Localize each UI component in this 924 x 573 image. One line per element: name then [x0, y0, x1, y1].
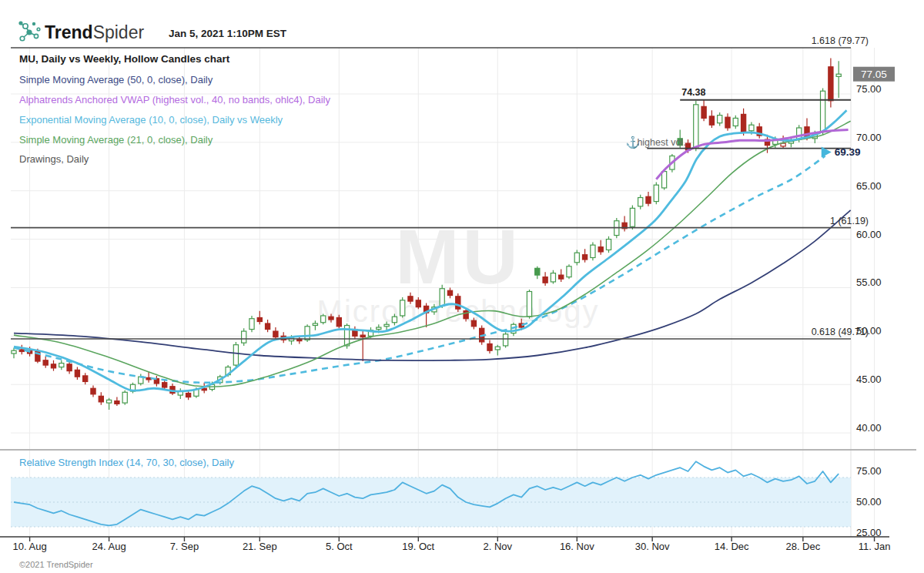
legend-anchored-vwap[interactable]: Alphatrends Anchored VWAP (highest vol.,… [19, 94, 330, 106]
candle[interactable] [551, 273, 555, 282]
candle[interactable] [742, 114, 746, 132]
candle[interactable] [242, 331, 246, 343]
candle[interactable] [400, 300, 405, 316]
candle[interactable] [504, 334, 508, 346]
candle[interactable] [266, 323, 270, 330]
candle[interactable] [821, 91, 825, 132]
trendspider-chart-app: MU Micron Technology 1.618 (79.77)1 (61.… [0, 0, 924, 573]
candle[interactable] [487, 343, 492, 350]
candle[interactable] [305, 327, 310, 340]
copyright: ©2021 TrendSpider [19, 560, 93, 569]
candle[interactable] [107, 400, 112, 403]
candle[interactable] [233, 345, 238, 365]
candle[interactable] [598, 247, 603, 252]
candle[interactable] [313, 323, 317, 326]
candle[interactable] [257, 317, 262, 321]
candle[interactable] [591, 245, 595, 257]
candle[interactable] [99, 396, 103, 402]
candle[interactable] [51, 364, 55, 368]
candle[interactable] [91, 388, 95, 394]
candle[interactable] [122, 392, 127, 403]
candle[interactable] [249, 319, 254, 330]
candle[interactable] [662, 172, 667, 188]
candle[interactable] [440, 289, 444, 307]
date-axis-label: 21. Sep [243, 541, 277, 552]
date-axis-label: 24. Aug [92, 541, 126, 552]
price-axis-label: 70.00 [856, 132, 882, 143]
annotations-layer: ⚓highest vol.69.3977.05 [625, 67, 895, 159]
candle[interactable] [733, 118, 738, 126]
candle[interactable] [638, 198, 643, 206]
candle[interactable] [527, 292, 531, 317]
candle[interactable] [162, 383, 167, 387]
candle[interactable] [495, 347, 500, 350]
candle[interactable] [709, 116, 714, 125]
legend-sma50[interactable]: Simple Moving Average (50, 0, close), Da… [19, 74, 213, 85]
candle[interactable] [718, 116, 722, 123]
candle[interactable] [471, 320, 476, 327]
candle[interactable] [336, 317, 341, 326]
candle[interactable] [447, 290, 452, 295]
price-axis-label: 40.00 [856, 422, 882, 434]
candle[interactable] [12, 350, 16, 354]
candle[interactable] [701, 106, 706, 118]
candle[interactable] [384, 324, 389, 327]
logo-wordmark: TrendSpider [45, 22, 144, 42]
chart-canvas[interactable]: MU Micron Technology 1.618 (79.77)1 (61.… [0, 0, 924, 573]
legend-ema10[interactable]: Exponential Moving Average (10, 0, close… [19, 114, 283, 126]
candle[interactable] [567, 266, 571, 277]
date-axis-label: 14. Dec [715, 541, 749, 552]
candle[interactable] [456, 297, 460, 309]
candle[interactable] [146, 377, 151, 380]
price-axis-label: 65.00 [856, 180, 882, 192]
price-axis-label: 45.00 [856, 374, 882, 385]
price-axis-label: 75.00 [856, 83, 882, 95]
candle[interactable] [725, 117, 730, 128]
current-price-label: 77.05 [861, 69, 887, 80]
candle[interactable] [749, 125, 754, 131]
highest-vol-label: highest vol. [637, 137, 685, 148]
candle[interactable] [329, 317, 333, 320]
candle[interactable] [583, 255, 588, 260]
candle[interactable] [543, 277, 547, 283]
candle[interactable] [836, 74, 841, 76]
candle[interactable] [321, 316, 326, 323]
date-axis-label: 28. Dec [785, 541, 820, 552]
candle[interactable] [606, 240, 611, 250]
weekly-ema-value-label: 69.39 [835, 146, 861, 158]
candle[interactable] [360, 335, 365, 337]
candle[interactable] [67, 364, 72, 371]
candle[interactable] [694, 105, 698, 149]
candle[interactable] [59, 364, 64, 367]
candle[interactable] [646, 196, 651, 203]
candle[interactable] [115, 401, 119, 404]
resistance-label: 74.38 [681, 87, 705, 98]
candle[interactable] [273, 331, 278, 337]
candle[interactable] [377, 327, 381, 330]
candle[interactable] [630, 208, 634, 226]
candle[interactable] [416, 300, 420, 307]
candle[interactable] [392, 317, 397, 323]
rsi-legend[interactable]: Relative Strength Index (14, 70, 30, clo… [19, 457, 234, 468]
candle[interactable] [19, 350, 24, 352]
legend-drawings[interactable]: Drawings, Daily [19, 153, 89, 165]
candle[interactable] [559, 275, 564, 279]
trendspider-logo: TrendSpider [18, 21, 144, 42]
date-axis-label: 10. Aug [13, 541, 47, 552]
candle[interactable] [535, 268, 540, 275]
candle[interactable] [781, 143, 785, 146]
candle[interactable] [829, 67, 833, 101]
candle[interactable] [83, 376, 88, 382]
candle[interactable] [574, 253, 579, 263]
candle[interactable] [186, 394, 191, 397]
date-axis-label: 16. Nov [560, 541, 594, 552]
candle[interactable] [408, 297, 413, 301]
legend-sma21[interactable]: Simple Moving Average (21, 0, close), Da… [19, 134, 213, 146]
rsi-axis-label: 75.00 [856, 465, 882, 477]
watermark-symbol: MU [395, 213, 521, 300]
candle[interactable] [43, 360, 48, 365]
rsi-band [11, 478, 851, 527]
fib-level-label-1: 1 (61.19) [830, 216, 869, 226]
candle[interactable] [654, 185, 658, 201]
candle[interactable] [75, 370, 79, 377]
